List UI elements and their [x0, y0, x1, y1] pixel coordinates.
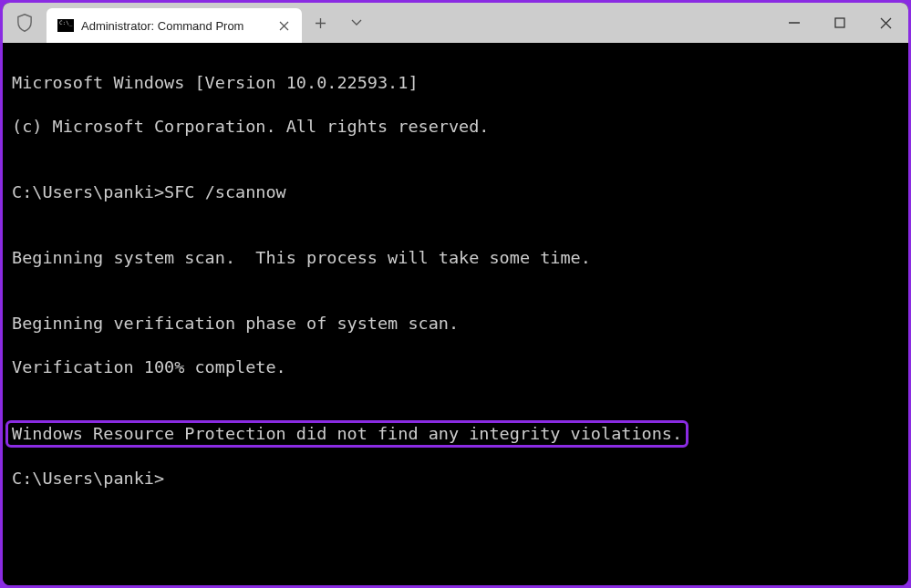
prompt-line: C:\Users\panki>SFC /scannow [12, 181, 899, 203]
maximize-icon [834, 17, 845, 28]
output-line: Beginning system scan. This process will… [12, 247, 899, 269]
output-line: Verification 100% complete. [12, 356, 899, 378]
output-line: Beginning verification phase of system s… [12, 313, 899, 335]
command: SFC /scannow [164, 182, 286, 201]
titlebar: Administrator: Command Prom [3, 3, 908, 43]
tab-command-prompt[interactable]: Administrator: Command Prom [47, 8, 302, 43]
plus-icon [315, 17, 326, 29]
minimize-button[interactable] [771, 3, 817, 43]
output-line: Microsoft Windows [Version 10.0.22593.1] [12, 72, 899, 94]
app-icon-area [3, 3, 47, 43]
window-controls [771, 3, 908, 43]
prompt: C:\Users\panki> [12, 469, 164, 488]
tab-close-button[interactable] [274, 16, 293, 35]
minimize-icon [789, 22, 800, 24]
close-window-button[interactable] [863, 3, 908, 43]
highlighted-output: Windows Resource Protection did not find… [5, 420, 688, 448]
svg-rect-5 [835, 18, 844, 27]
maximize-button[interactable] [817, 3, 863, 43]
output-line: (c) Microsoft Corporation. All rights re… [12, 116, 899, 138]
cmd-icon [57, 19, 74, 32]
prompt-line: C:\Users\panki> [12, 468, 899, 490]
tab-actions [302, 3, 375, 43]
close-icon [880, 17, 892, 29]
new-tab-button[interactable] [302, 3, 338, 43]
shield-icon [16, 14, 33, 32]
terminal-content[interactable]: Microsoft Windows [Version 10.0.22593.1]… [3, 43, 908, 585]
prompt: C:\Users\panki> [12, 182, 164, 201]
close-icon [279, 21, 289, 31]
chevron-down-icon [351, 19, 362, 26]
tab-title: Administrator: Command Prom [81, 19, 267, 33]
tab-dropdown-button[interactable] [338, 3, 375, 43]
terminal-window: Administrator: Command Prom [3, 3, 908, 585]
